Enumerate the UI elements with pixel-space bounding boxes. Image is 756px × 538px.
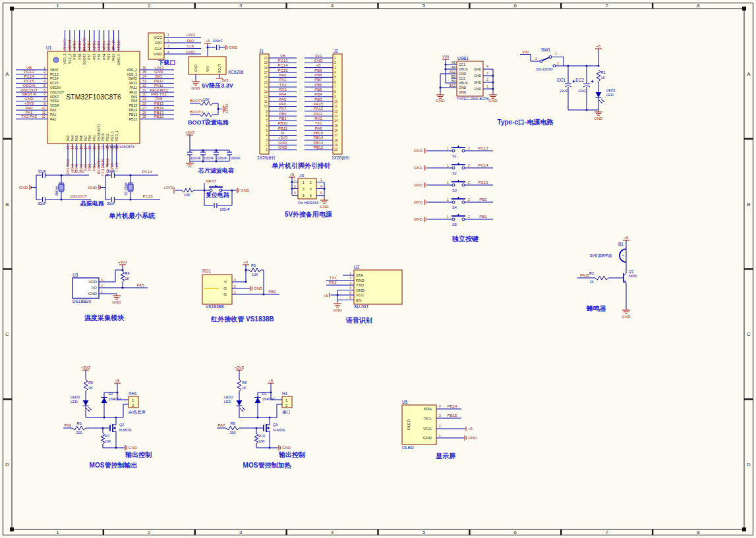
- zone-tick: [285, 3, 287, 9]
- voice-pins-2-n: 3: [349, 281, 351, 285]
- headers-j2-pins-12-n: 13: [334, 114, 338, 118]
- crystal-icon[interactable]: [59, 184, 64, 190]
- j3-header-body[interactable]: [298, 178, 316, 199]
- usb-pads-2: A12: [450, 70, 455, 74]
- zone-tick: [560, 529, 562, 535]
- mos2-rail5: +5: [269, 379, 274, 383]
- headers-j1-pins-13-net: PB1: [279, 117, 287, 121]
- mcu-right-7-net: PA8: [156, 97, 163, 101]
- zone-tick: [744, 398, 753, 400]
- mos1-cap_small: 输出控制: [125, 451, 152, 458]
- zone-tick: [652, 529, 653, 535]
- mcu-right-4-name: PA11: [130, 86, 138, 90]
- voice-designator: U2: [354, 265, 360, 269]
- headers-j2-pins-11-net: PA12: [314, 107, 324, 111]
- regulator-pin_vout: VOUT: [218, 64, 221, 73]
- headers-j2-pins-4-net: PB8: [314, 73, 322, 77]
- button-icon[interactable]: [462, 149, 465, 152]
- headers-j1-pins-7-n: 13: [264, 90, 268, 94]
- mcu-top-9-n: 39: [107, 47, 111, 51]
- mcu-left-3-net: PC15: [24, 79, 34, 83]
- button-icon[interactable]: [462, 184, 465, 186]
- power-led-des: LED1: [606, 88, 616, 92]
- zone-col-bottom: 1: [56, 529, 59, 535]
- vs1838b-body[interactable]: [202, 275, 232, 304]
- button-icon[interactable]: [462, 167, 465, 169]
- voice-pins-1-n: 2: [349, 276, 351, 280]
- mcu-right-11-net: PB12: [154, 115, 164, 119]
- junction-dot: [202, 160, 204, 162]
- mcu-bottom-6-net: PB1: [92, 163, 96, 171]
- zone-tick: [3, 138, 13, 140]
- button-icon[interactable]: [452, 167, 455, 169]
- mcu-bottom-10-name: VSS_1: [110, 131, 114, 142]
- temp-net: PA8: [137, 283, 145, 287]
- boot-gnd: GND: [225, 103, 229, 113]
- headers-j2-pins-19-n: 20: [334, 148, 338, 151]
- mcu-bottom-10-n: 23: [110, 146, 114, 149]
- mcu-top-4-name: BOOT0: [82, 53, 86, 65]
- mos1-led-val: LED: [71, 400, 78, 404]
- zone-tick: [744, 268, 753, 269]
- mcu-top-2-n: 46: [73, 47, 76, 51]
- headers-j1-pins-16-n: 4: [266, 133, 268, 137]
- oled-pins-3-n: 1: [439, 433, 441, 437]
- mcu-left-0-net: VB: [26, 66, 32, 70]
- button-icon[interactable]: [462, 218, 465, 221]
- button-icon[interactable]: [452, 184, 455, 186]
- ir-names-0: V: [224, 280, 227, 284]
- regulator-gnd1: GND: [229, 45, 238, 49]
- zone-col-top: 6: [514, 3, 517, 9]
- usb-pads-3: B5: [451, 74, 455, 78]
- mcu-bottom-0-n: 13: [66, 146, 70, 149]
- crystal-icon[interactable]: [128, 184, 133, 190]
- headers-j1-pins-3-net: PC15: [277, 68, 288, 72]
- mcu-right-10-name: PB13: [129, 113, 137, 117]
- backup-inner-l-1: 3: [303, 187, 305, 191]
- mos2-r_pull-val: 10K: [258, 439, 265, 443]
- mcu-bottom-7-n: 20: [97, 146, 101, 149]
- mcu-bottom-5-name: PB0: [88, 135, 92, 142]
- mcu-left-5-n: 6: [44, 88, 45, 92]
- button-icon[interactable]: [462, 201, 465, 203]
- mcu-left-10-net: PA1: [26, 111, 34, 115]
- keys-rows-2-des: S3: [452, 188, 457, 192]
- switch-pin[interactable]: [540, 60, 542, 63]
- oled-designator: U5: [402, 400, 408, 404]
- mcu-right-3-net: PA12: [154, 79, 164, 83]
- voice-pins-5-name: EN: [356, 298, 361, 302]
- ir-r-des: R3: [251, 263, 256, 267]
- power-r1-des: R1: [601, 70, 606, 74]
- mcu-top-7-name: PB5: [97, 53, 101, 60]
- keys-rows-1-net: PC14: [478, 163, 488, 167]
- buzzer-r-val: 1K: [589, 280, 594, 284]
- mcu-top-7-net: PB5: [97, 40, 101, 48]
- keys-gnd-3: GND: [414, 200, 423, 204]
- mcu-top-6-name: PB6: [92, 53, 96, 60]
- switch-pin[interactable]: [553, 65, 556, 67]
- button-icon[interactable]: [452, 201, 455, 203]
- temp-caption: 温度采集模块: [84, 314, 125, 321]
- download-pins-0-n: 1: [167, 33, 169, 37]
- mos1-q-des: Q2: [119, 423, 124, 427]
- button-icon[interactable]: [452, 149, 455, 152]
- headers-j1-pins-14-net: PB10: [278, 121, 288, 125]
- mcu-bottom-1-n: 14: [71, 146, 74, 149]
- headers-j1-pins-4-n: 16: [264, 75, 268, 79]
- mcu-left-4-n: 5: [44, 84, 45, 88]
- mcu-left-0-name: VBAT: [50, 68, 59, 72]
- ir-nums-0: 3: [234, 278, 236, 282]
- ir-net: PB3: [268, 290, 276, 294]
- download-labels-3: GND: [154, 52, 163, 56]
- keys-rows-0-net: PC13: [478, 146, 488, 150]
- keys-p1-4: 1: [447, 215, 449, 219]
- button-icon[interactable]: [452, 218, 455, 221]
- headers-j2-pins-1-n: 2: [334, 61, 336, 65]
- voice-gnd: GND: [333, 308, 342, 312]
- junction-dot: [115, 446, 117, 448]
- mcu-bottom-8-n: 21: [101, 146, 105, 149]
- xtal-units-1-net_top: PC14: [142, 170, 152, 174]
- mcu-top-6-net: PB6: [92, 40, 96, 48]
- mcu-bottom-3-n: 16: [79, 146, 83, 149]
- temp-rail: +3V3: [118, 260, 128, 264]
